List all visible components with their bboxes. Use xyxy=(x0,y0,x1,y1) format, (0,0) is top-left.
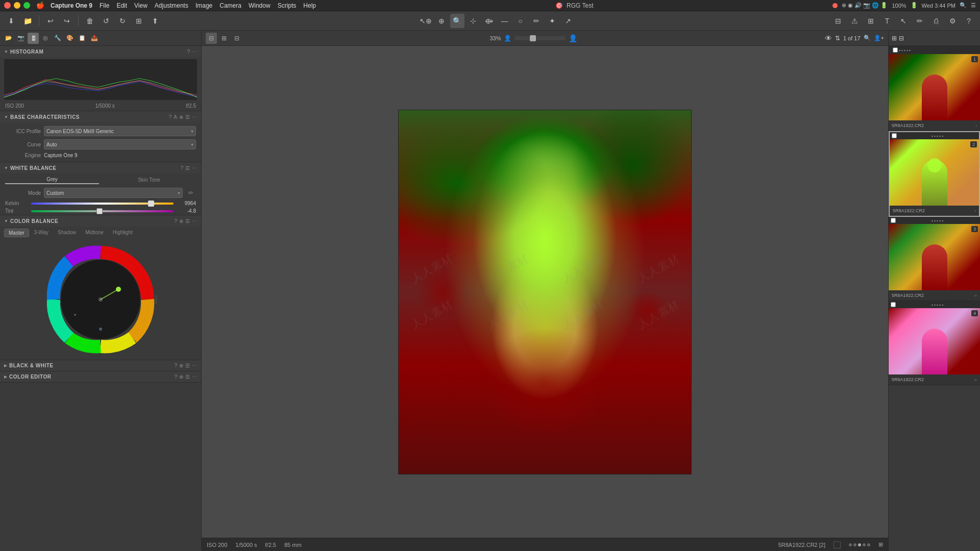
thumbnail-item-4[interactable]: • • • • • 4 5R8A1922.CR2 ‹‹ xyxy=(889,301,980,385)
wb-header[interactable]: ▼ WHITE BALANCE ? ☰ ⋯ xyxy=(0,162,201,173)
bw-icon-copy[interactable]: ⊕ xyxy=(179,363,183,368)
panel-meta-btn[interactable]: 📋 xyxy=(77,33,88,44)
kelvin-track[interactable] xyxy=(31,203,174,205)
bc-menu-icon[interactable]: ⋯ xyxy=(192,114,197,120)
menu-image[interactable]: Image xyxy=(195,2,212,9)
bw-menu-icon[interactable]: ⋯ xyxy=(192,363,197,368)
ce-menu-icon[interactable]: ⋯ xyxy=(192,374,197,380)
bw-help-icon[interactable]: ? xyxy=(174,363,177,368)
cb-tab-highlight[interactable]: Highlight xyxy=(109,229,137,237)
zoom-slider[interactable] xyxy=(514,36,566,40)
straighten-tool[interactable]: ⟴ xyxy=(482,14,496,28)
menu-edit[interactable]: Edit xyxy=(116,2,127,9)
line-tool[interactable]: — xyxy=(498,14,512,28)
draw-button[interactable]: ✏ xyxy=(913,14,927,28)
histogram-header[interactable]: ▼ HISTOGRAM ? ⋯ xyxy=(0,46,201,57)
panel-library-btn[interactable]: 📂 xyxy=(3,33,14,44)
eye-icon[interactable]: 👁 xyxy=(825,34,832,42)
color-editor-section[interactable]: ▶ COLOR EDITOR ? ⊕ ☰ ⋯ xyxy=(0,371,201,383)
bw-section[interactable]: ▶ BLACK & WHITE ? ⊕ ☰ ⋯ xyxy=(0,360,201,371)
undo-button[interactable]: ↩ xyxy=(43,14,58,28)
ce-icon-copy[interactable]: ⊕ xyxy=(179,374,183,380)
search-nav-icon[interactable]: 🔍 xyxy=(864,35,871,41)
eyedropper-tool[interactable]: ↖ xyxy=(896,14,911,28)
thumb-check-4[interactable] xyxy=(891,302,896,307)
cb-menu-icon[interactable]: ⋯ xyxy=(192,218,197,224)
help-button[interactable]: ? xyxy=(962,14,976,28)
menu-icon[interactable]: ☰ xyxy=(971,2,976,9)
wb-help-icon[interactable]: ? xyxy=(180,165,183,171)
circle-tool[interactable]: ○ xyxy=(513,14,528,28)
thumb-check-2[interactable] xyxy=(892,133,897,138)
thumb-nav-4[interactable]: ‹‹ xyxy=(974,378,977,382)
print-button[interactable]: ⎙ xyxy=(929,14,943,28)
sort-icon[interactable]: ⇅ xyxy=(835,35,840,42)
zoom-slider-thumb[interactable] xyxy=(530,35,536,41)
ce-help-icon[interactable]: ? xyxy=(174,374,177,380)
thumbnail-item-2[interactable]: • • • • • 2 5R8A1922.CR2 › xyxy=(889,131,980,217)
cb-icon-list[interactable]: ☰ xyxy=(185,218,190,224)
rotate-right-button[interactable]: ↻ xyxy=(115,14,130,28)
thumb-nav-2[interactable]: › xyxy=(974,209,976,213)
warning-button[interactable]: ⚠ xyxy=(847,14,862,28)
base-characteristics-header[interactable]: ▼ BASE CHARACTERISTICS ? A ⊕ ☰ ⋯ xyxy=(0,111,201,122)
cb-tab-master[interactable]: Master xyxy=(4,229,29,237)
wb-eyedropper[interactable]: ✏ xyxy=(186,188,196,198)
bc-icon-list[interactable]: ☰ xyxy=(185,114,190,120)
wb-menu-icon[interactable]: ⋯ xyxy=(192,165,197,171)
eraser-tool[interactable]: ↗ xyxy=(561,14,575,28)
panel-capture-btn[interactable]: 📷 xyxy=(15,33,27,44)
menu-scripts[interactable]: Scripts xyxy=(278,2,297,9)
add-user-icon[interactable]: 👤+ xyxy=(874,35,884,41)
grid-button[interactable]: ⊞ xyxy=(864,14,878,28)
kelvin-thumb[interactable] xyxy=(148,201,154,207)
bc-help-icon[interactable]: ? xyxy=(169,114,172,120)
ce-icon-list[interactable]: ☰ xyxy=(185,374,190,380)
filmstrip-icon[interactable]: ⊟ xyxy=(899,35,904,42)
folder-button[interactable]: 📁 xyxy=(20,14,35,28)
maximize-button[interactable] xyxy=(23,2,30,9)
settings-button[interactable]: ⚙ xyxy=(945,14,960,28)
zoom-tool[interactable]: 🔍 xyxy=(450,14,464,28)
grid-view-icon[interactable]: ⊞ xyxy=(892,35,897,42)
wb-tab-skin[interactable]: Skin Tone xyxy=(102,176,196,184)
bc-icon-a[interactable]: A xyxy=(174,114,177,120)
text-button[interactable]: T xyxy=(880,14,894,28)
bc-icon-copy[interactable]: ⊕ xyxy=(179,114,183,120)
menu-file[interactable]: File xyxy=(100,2,109,9)
image-viewer[interactable]: 人人素材 人人素材 人人素材 人人素材 人人素材 人人素材 人人素材 人人素材 xyxy=(202,46,888,538)
cb-tab-3way[interactable]: 3-Way xyxy=(30,229,53,237)
brush-tool[interactable]: ✦ xyxy=(545,14,559,28)
icc-select-wrapper[interactable]: Canon EOS-5D MkIII Generic xyxy=(44,126,196,136)
panel-lens-btn[interactable]: 🔧 xyxy=(52,33,63,44)
export-button[interactable]: ⬆ xyxy=(148,14,162,28)
wb-tab-grey[interactable]: Grey xyxy=(5,176,99,184)
import-button[interactable]: ⬇ xyxy=(4,14,18,28)
minimize-button[interactable] xyxy=(14,2,20,9)
menu-adjustments[interactable]: Adjustments xyxy=(155,2,188,9)
cursor-tool[interactable]: ↖⊕ xyxy=(419,14,433,28)
delete-button[interactable]: 🗑 xyxy=(83,14,97,28)
dual-view-btn[interactable]: ⊞ xyxy=(218,33,230,44)
color-wheel[interactable] xyxy=(44,243,157,356)
panel-color-btn[interactable]: 🎨 xyxy=(64,33,76,44)
wb-mode-select[interactable]: Custom xyxy=(44,188,183,198)
cb-header[interactable]: ▼ COLOR BALANCE ? ⊕ ☰ ⋯ xyxy=(0,215,201,227)
bw-icon-list[interactable]: ☰ xyxy=(185,363,190,368)
search-icon[interactable]: 🔍 xyxy=(960,2,967,9)
menu-view[interactable]: View xyxy=(134,2,148,9)
thumbnail-item-1[interactable]: • • • • • 1 5R8A1922.CR2 › xyxy=(889,46,980,131)
cb-tab-shadow[interactable]: Shadow xyxy=(54,229,80,237)
wb-icon-list[interactable]: ☰ xyxy=(185,165,190,171)
histogram-help-icon[interactable]: ? xyxy=(187,49,190,55)
panel-output-btn[interactable]: 📤 xyxy=(89,33,100,44)
pan-tool[interactable]: ⊹ xyxy=(466,14,480,28)
rotate-left-button[interactable]: ↺ xyxy=(99,14,113,28)
icc-select[interactable]: Canon EOS-5D MkIII Generic xyxy=(44,126,196,136)
expand-icon[interactable]: ⊞ xyxy=(878,541,883,548)
crop-tool[interactable]: ⊕ xyxy=(434,14,449,28)
close-button[interactable] xyxy=(4,2,11,9)
cb-help-icon[interactable]: ? xyxy=(174,218,177,224)
tint-track[interactable] xyxy=(31,210,174,212)
cb-icon-copy[interactable]: ⊕ xyxy=(179,218,183,224)
